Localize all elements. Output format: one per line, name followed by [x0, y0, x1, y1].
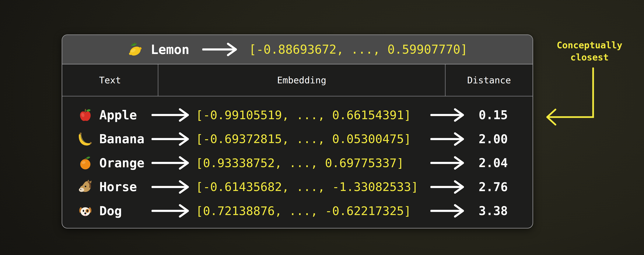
arrow-right-icon [430, 132, 464, 146]
table-row-horse: Horse [-0.61435682, ..., -1.33082533] 2.… [62, 176, 532, 198]
row-embedding-value: [0.72138876, ..., -0.62217325] [196, 204, 411, 218]
column-header-text: Text [62, 64, 158, 96]
table-row-apple: Apple [-0.99105519, ..., 0.66154391] 0.1… [62, 104, 532, 126]
table-header-row: Text Embedding Distance [62, 64, 532, 96]
query-embedding-value: [-0.88693672, ..., 0.59907770] [249, 43, 468, 57]
query-label: Lemon [150, 42, 190, 57]
row-label: Banana [99, 132, 152, 146]
arrow-right-icon [430, 156, 464, 170]
row-distance-value: 2.76 [468, 180, 519, 194]
horse-emoji-icon [78, 179, 93, 195]
row-distance-value: 2.00 [468, 132, 519, 146]
table-row-orange: Orange [0.93338752, ..., 0.69775337] 2.0… [62, 152, 532, 173]
row-embedding-value: [-0.99105519, ..., 0.66154391] [196, 108, 411, 122]
page-background: Lemon [-0.88693672, ..., 0.59907770] Tex… [0, 0, 644, 255]
banana-emoji-icon [78, 131, 93, 147]
arrow-right-icon [202, 43, 237, 56]
annotation-label: Conceptually closest [546, 39, 633, 63]
row-label: Dog [99, 204, 152, 218]
row-distance-value: 3.38 [468, 204, 519, 218]
arrow-right-icon [430, 204, 464, 218]
query-banner: Lemon [-0.88693672, ..., 0.59907770] [62, 35, 532, 64]
row-embedding-value: [-0.69372815, ..., 0.05300475] [196, 132, 411, 146]
column-header-embedding: Embedding [158, 64, 446, 96]
row-label: Orange [99, 156, 152, 170]
arrow-right-icon [430, 108, 464, 122]
lemon-emoji-icon [127, 41, 144, 58]
row-embedding-value: [-0.61435682, ..., -1.33082533] [196, 180, 418, 194]
apple-emoji-icon [78, 107, 93, 123]
row-distance-value: 0.15 [468, 108, 519, 122]
dog-emoji-icon [78, 203, 93, 219]
row-label: Apple [99, 108, 152, 122]
arrow-right-icon [152, 204, 190, 218]
arrow-right-icon [152, 108, 190, 122]
table-row-banana: Banana [-0.69372815, ..., 0.05300475] 2.… [62, 128, 532, 150]
arrow-right-icon [152, 156, 190, 170]
orange-emoji-icon [78, 155, 93, 171]
table-row-dog: Dog [0.72138876, ..., -0.62217325] 3.38 [62, 200, 532, 221]
column-header-distance: Distance [446, 64, 532, 96]
embedding-table-card: Lemon [-0.88693672, ..., 0.59907770] Tex… [62, 35, 533, 228]
arrow-right-icon [152, 180, 190, 194]
row-distance-value: 2.04 [468, 156, 519, 170]
arrow-right-icon [152, 132, 190, 146]
arrow-right-icon [430, 180, 464, 194]
elbow-arrow-icon [543, 64, 600, 127]
row-embedding-value: [0.93338752, ..., 0.69775337] [196, 156, 404, 170]
table-body: Apple [-0.99105519, ..., 0.66154391] 0.1… [62, 96, 532, 228]
row-label: Horse [99, 180, 152, 194]
